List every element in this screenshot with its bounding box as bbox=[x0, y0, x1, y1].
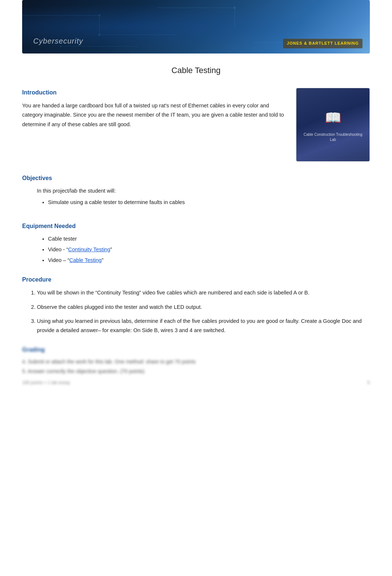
equipment-item-3: Video – “Cable Testing” bbox=[48, 256, 370, 265]
introduction-heading: Introduction bbox=[22, 88, 285, 97]
list-item: Simulate using a cable tester to determi… bbox=[48, 198, 370, 207]
banner-logo: JONES & BARTLETT LEARNING bbox=[283, 39, 362, 48]
introduction-section: Introduction You are handed a large card… bbox=[22, 88, 370, 162]
svg-point-7 bbox=[234, 7, 236, 9]
blurred-footer-right: 5 bbox=[367, 379, 370, 386]
svg-point-4 bbox=[98, 34, 100, 36]
procedure-heading: Procedure bbox=[22, 275, 370, 284]
procedure-item-2: Observe the cables plugged into the test… bbox=[37, 303, 370, 312]
procedure-item-3: Using what you learned in previous labs,… bbox=[37, 317, 370, 335]
equipment-section: Equipment Needed Cable tester Video - “C… bbox=[22, 221, 370, 265]
blurred-grading-section: Grading 4. Submit or attach the work for… bbox=[22, 345, 370, 386]
procedure-list: You will be shown in the “Continuity Tes… bbox=[22, 288, 370, 335]
blurred-item-2: 5. Answer correctly the objective questi… bbox=[22, 367, 370, 375]
objectives-list: Simulate using a cable tester to determi… bbox=[37, 198, 370, 207]
page-container: Cybersecurity JONES & BARTLETT LEARNING … bbox=[0, 0, 392, 576]
blurred-heading: Grading bbox=[22, 345, 370, 355]
procedure-section: Procedure You will be shown in the “Cont… bbox=[22, 275, 370, 335]
objectives-intro: In this project/lab the student will: bbox=[37, 187, 370, 195]
cable-testing-link[interactable]: Cable Testing bbox=[69, 257, 102, 263]
svg-point-3 bbox=[98, 14, 100, 17]
header-banner: Cybersecurity JONES & BARTLETT LEARNING bbox=[22, 0, 370, 54]
equipment-item-1: Cable tester bbox=[48, 235, 370, 243]
equipment-bullet-list: Cable tester Video - “Continuity Testing… bbox=[37, 235, 370, 265]
book-thumbnail: 📖 Cable Construction Troubleshooting Lab bbox=[296, 88, 370, 162]
blurred-footer-left: 100 points = 1 lab essay bbox=[22, 379, 70, 386]
equipment-list: Cable tester Video - “Continuity Testing… bbox=[22, 235, 370, 265]
introduction-body: You are handed a large cardboard box ful… bbox=[22, 101, 285, 129]
page-title: Cable Testing bbox=[22, 64, 370, 77]
book-icon: 📖 bbox=[325, 107, 341, 128]
objectives-section: Objectives In this project/lab the stude… bbox=[22, 173, 370, 207]
objectives-heading: Objectives bbox=[22, 173, 370, 183]
equipment-item-2: Video - “Continuity Testing” bbox=[48, 245, 370, 254]
banner-title-text: Cybersecurity bbox=[33, 35, 83, 47]
introduction-text-block: Introduction You are handed a large card… bbox=[22, 88, 285, 129]
blurred-footer: 100 points = 1 lab essay 5 bbox=[22, 379, 370, 386]
procedure-item-1: You will be shown in the “Continuity Tes… bbox=[37, 288, 370, 297]
objectives-indent: In this project/lab the student will: Si… bbox=[22, 187, 370, 207]
continuity-testing-link[interactable]: Continuity Testing bbox=[68, 246, 110, 252]
blurred-item-1: 4. Submit or attach the work for this la… bbox=[22, 358, 370, 366]
equipment-heading: Equipment Needed bbox=[22, 221, 370, 231]
book-label: Cable Construction Troubleshooting Lab bbox=[302, 132, 364, 142]
